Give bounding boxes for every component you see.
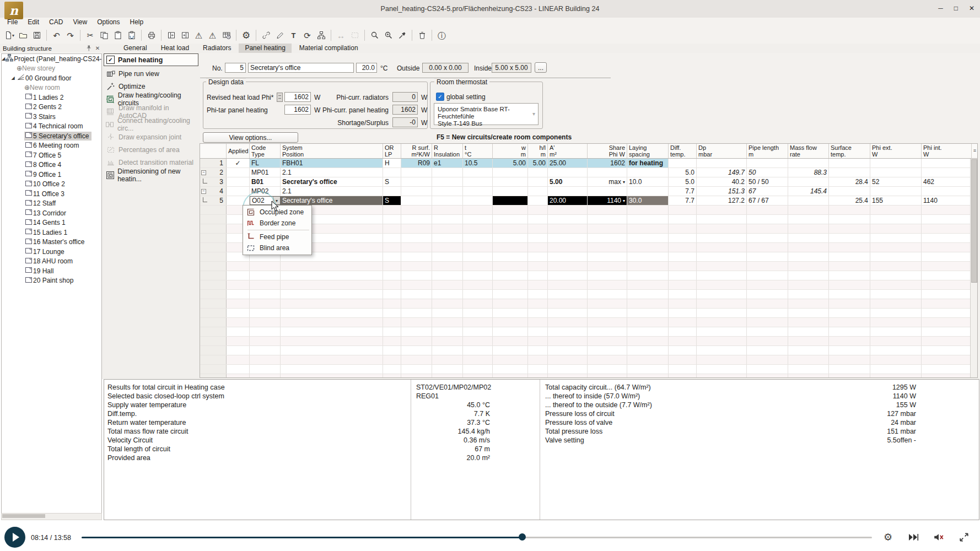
row-header[interactable] [200,299,227,308]
column-header-t[interactable]: t°C [463,144,493,158]
dock-left-button[interactable] [165,29,177,42]
cell-dp-row2[interactable]: 149.7 [697,168,747,177]
tree-item-20-paint-shop[interactable]: 20 Paint shop [2,276,101,286]
cell-system-row3[interactable]: Secretary's office [281,177,383,186]
cell-pipe-row3[interactable]: 50 / 50 [747,177,788,186]
cell-surface-row1[interactable] [829,159,870,168]
cell-surface-row3[interactable]: 28.4 [829,177,870,186]
cell-mass-row2[interactable]: 88.3 [788,168,829,177]
menu-item-dimensioning-of-new-heatin[interactable]: Dimensioning of new heatin... [104,170,198,181]
tree-item-8-office-4[interactable]: 8 Office 4 [2,160,101,170]
fullscreen-button[interactable] [957,530,971,544]
combo-arrow-icon[interactable]: ▾ [623,180,625,185]
tab-radiators[interactable]: Radiators [197,44,237,53]
info-button[interactable]: ⓘ [435,29,448,42]
error-list-button[interactable] [220,29,233,42]
minimize-button[interactable]: ─ [938,4,943,12]
tab-panel-heating[interactable]: Panel heating [239,44,291,53]
row-header[interactable] [200,355,227,364]
close-panel-icon[interactable]: ✕ [93,45,102,51]
cell-diff-row2[interactable]: 5.0 [669,168,697,177]
room-no-input[interactable]: 5 [225,63,246,73]
paste-special-button[interactable] [125,29,138,42]
cell-t-row3[interactable] [463,177,493,186]
thermostat-device-select[interactable]: Uponor Smatrix Base RT-Feuchtefühle Styl… [434,103,539,125]
collapse-icon[interactable]: − [201,189,206,194]
scrollbar-thumb[interactable] [971,159,977,283]
room-name-input[interactable]: Secretary's office [248,63,354,73]
cell-laying-row5[interactable]: 30.0 [627,196,669,205]
tree-item-13-corridor[interactable]: 13 Corridor [2,208,101,218]
column-header-a[interactable]: A'm² [548,144,588,158]
pin-icon[interactable] [84,44,93,53]
cell-phiext-row5[interactable]: 155 [870,196,922,205]
cell-applied-row3[interactable] [227,177,250,186]
pipette-button[interactable] [396,29,408,42]
global-setting-checkbox[interactable]: ✓ [436,93,444,101]
cell-pipe-row5[interactable]: 67 / 67 [747,196,788,205]
cell-or-row1[interactable]: H [383,159,401,168]
row-header[interactable] [200,346,227,355]
cell-diff-row4[interactable]: 7.7 [669,187,697,196]
cell-rins-row5[interactable] [432,196,463,205]
maximize-button[interactable]: □ [954,4,958,12]
row-header[interactable]: 3 [200,177,227,186]
copy-button[interactable] [98,29,110,42]
cell-a-row3[interactable]: 5.00 [548,177,588,186]
column-header-mass[interactable]: Mass flow ratekg/h [788,144,829,158]
cell-t-row2[interactable] [463,168,493,177]
row-header[interactable] [200,290,227,299]
column-header-surface[interactable]: Surface temp.°C [829,144,870,158]
context-menu-item-border-zone[interactable]: Border zone [243,218,311,229]
cell-hl-row2[interactable] [528,168,548,177]
cell-hl-row1[interactable]: 5.00 [528,159,548,168]
tree-item-3-stairs[interactable]: 3 Stairs [2,112,101,122]
cell-or-row5[interactable]: S [383,196,401,205]
row-header[interactable] [200,206,227,214]
mute-button[interactable] [931,530,946,544]
cell-a-row2[interactable] [548,168,588,177]
cell-applied-row4[interactable] [227,187,250,196]
tree-item-14-gents-1[interactable]: 14 Gents 1 [2,218,101,228]
cell-mass-row5[interactable] [788,196,829,205]
tree-item-new-storey[interactable]: ⊕New storey [2,64,101,74]
cell-rsurf-row4[interactable] [401,187,432,196]
cell-share-row2[interactable] [588,168,627,177]
column-header-hl[interactable]: h/lm [528,144,548,158]
cell-hl-row5[interactable] [528,196,548,205]
column-header-code[interactable]: CodeType [250,144,281,158]
tree-item-18-ahu-room[interactable]: 18 AHU room [2,257,101,267]
draw-pen-button[interactable] [273,29,286,42]
inside-input[interactable]: 5.00 x 5.00 [492,63,531,73]
cell-a-row1[interactable]: 25.00 [548,159,588,168]
cell-w-row4[interactable] [493,187,528,196]
player-settings-button[interactable]: ⚙ [881,530,895,544]
more-dimensions-button[interactable]: ... [535,62,547,73]
context-menu-item-blind-area[interactable]: Blind area [243,242,311,253]
cell-laying-row1[interactable]: for heating [627,159,669,168]
cell-applied-row1[interactable]: ✓ [227,159,250,168]
tree-item-17-lounge[interactable]: 17 Lounge [2,247,101,257]
cell-rsurf-row1[interactable]: R09 [401,159,432,168]
dock-right-button[interactable] [179,29,191,42]
tree-item-project-panel-heating-cs24-5[interactable]: ◢Project (Panel_heating-CS24-5) [2,54,101,64]
cell-applied-row2[interactable] [227,168,250,177]
room-temp-input[interactable]: 20.0 [356,63,377,73]
tree-horizontal-scrollbar[interactable] [1,513,102,520]
cell-mass-row4[interactable]: 145.4 [788,187,829,196]
column-header-phiext[interactable]: Phi ext.W [870,144,922,158]
cell-code-row1[interactable]: FL [250,159,281,168]
column-header-system[interactable]: SystemPosition [281,144,383,158]
row-header[interactable] [200,252,227,261]
settings-button[interactable]: ⚙ [240,29,252,42]
row-header[interactable] [200,337,227,345]
structure-view-button[interactable] [315,29,327,42]
column-header-or[interactable]: ORLP [383,144,401,158]
column-header-num[interactable] [200,144,227,158]
cell-a-row4[interactable] [548,187,588,196]
column-options-icon[interactable]: ≡ [973,148,976,153]
row-header[interactable] [200,271,227,280]
tree-item-10-office-2[interactable]: 10 Office 2 [2,180,101,190]
cell-t-row4[interactable] [463,187,493,196]
cell-diff-row5[interactable]: 7.7 [669,196,697,205]
